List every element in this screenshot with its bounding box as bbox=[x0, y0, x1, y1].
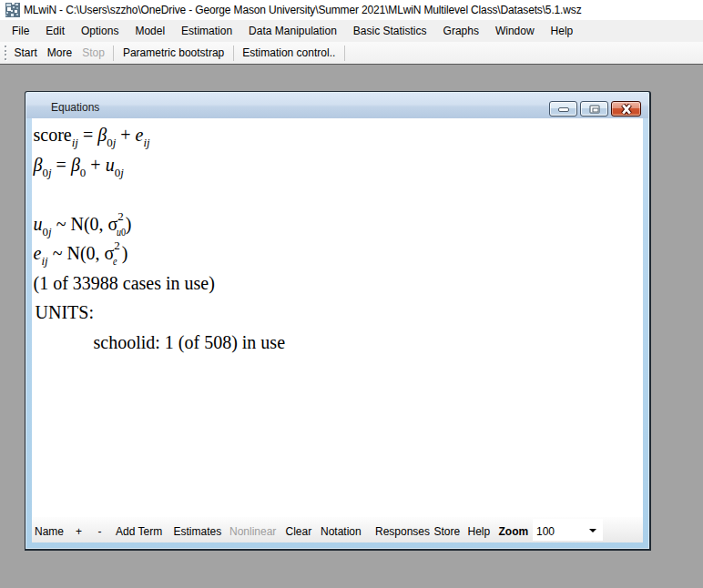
minimize-icon bbox=[558, 107, 569, 112]
zoom-label: Zoom bbox=[499, 525, 529, 538]
menu-estimation[interactable]: Estimation bbox=[173, 20, 240, 42]
equations-content[interactable]: scoreij = β0j + eij β0j = β0 + u0j u0j ~… bbox=[32, 118, 643, 357]
nonlinear-button: Nonlinear bbox=[229, 525, 276, 538]
menu-model[interactable]: Model bbox=[127, 20, 173, 42]
close-button[interactable] bbox=[611, 101, 641, 117]
menu-options[interactable]: Options bbox=[73, 20, 127, 42]
eq-help-button[interactable]: Help bbox=[468, 525, 491, 538]
equation-cases[interactable]: (1 of 33988 cases in use) bbox=[34, 269, 644, 299]
equation-line-blank bbox=[34, 179, 644, 209]
responses-button[interactable]: Responses bbox=[375, 525, 430, 538]
minus-button[interactable]: - bbox=[98, 525, 102, 538]
equation-line-u-dist[interactable]: u0j ~ N(0, σ2u0) bbox=[34, 209, 644, 239]
equations-window-title: Equations bbox=[51, 101, 99, 114]
equation-units[interactable]: UNITS: bbox=[34, 298, 644, 328]
menu-data-manipulation[interactable]: Data Manipulation bbox=[240, 20, 345, 42]
menu-edit[interactable]: Edit bbox=[37, 20, 73, 42]
estimates-button[interactable]: Estimates bbox=[174, 525, 222, 538]
equations-window: Equations scoreij = β0j + eij β0j = β0 +… bbox=[25, 91, 651, 551]
estimation-control-button[interactable]: Estimation control.. bbox=[238, 43, 341, 64]
menu-file[interactable]: File bbox=[4, 20, 37, 42]
parametric-bootstrap-button[interactable]: Parametric bootstrap bbox=[117, 43, 229, 64]
menu-basic-statistics[interactable]: Basic Statistics bbox=[345, 20, 435, 42]
equation-schoolid[interactable]: schoolid: 1 (of 508) in use bbox=[34, 328, 644, 358]
equations-client-area: scoreij = β0j + eij β0j = β0 + u0j u0j ~… bbox=[32, 118, 643, 542]
mlwin-app-icon bbox=[5, 3, 20, 17]
add-term-button[interactable]: Add Term bbox=[116, 525, 162, 538]
menu-window[interactable]: Window bbox=[487, 20, 543, 42]
name-button[interactable]: Name bbox=[35, 525, 64, 538]
app-title: MLwiN - C:\Users\szzho\OneDrive - George… bbox=[24, 4, 582, 16]
app-title-bar: MLwiN - C:\Users\szzho\OneDrive - George… bbox=[0, 0, 703, 20]
menu-help[interactable]: Help bbox=[543, 20, 582, 42]
toolbar-grip[interactable] bbox=[2, 46, 9, 60]
close-icon bbox=[620, 104, 633, 115]
store-button[interactable]: Store bbox=[434, 525, 461, 538]
menu-graphs[interactable]: Graphs bbox=[435, 20, 487, 42]
toolbar-separator bbox=[233, 46, 234, 61]
equations-titlebar[interactable]: Equations bbox=[26, 93, 648, 118]
caption-buttons bbox=[546, 101, 641, 117]
zoom-value: 100 bbox=[536, 525, 555, 538]
zoom-combobox[interactable]: 100 bbox=[533, 519, 603, 541]
stop-button: Stop bbox=[77, 43, 110, 64]
clear-button[interactable]: Clear bbox=[286, 525, 312, 538]
restore-button[interactable] bbox=[580, 101, 608, 117]
equation-line-2[interactable]: β0j = β0 + u0j bbox=[34, 150, 644, 180]
toolbar-separator bbox=[344, 46, 345, 61]
more-button[interactable]: More bbox=[42, 43, 76, 64]
estimation-toolbar: Start More Stop Parametric bootstrap Est… bbox=[0, 42, 703, 65]
notation-button[interactable]: Notation bbox=[321, 525, 362, 538]
combo-dropdown-icon bbox=[589, 529, 596, 532]
toolbar-separator bbox=[113, 46, 114, 61]
restore-icon bbox=[589, 105, 599, 113]
equation-line-1[interactable]: scoreij = β0j + eij bbox=[34, 120, 644, 150]
equations-bottom-toolbar: Name + - Add Term Estimates Nonlinear Cl… bbox=[32, 517, 643, 542]
equation-line-e-dist[interactable]: eij ~ N(0, σ2e) bbox=[34, 238, 644, 269]
start-button[interactable]: Start bbox=[9, 43, 42, 64]
menu-bar: File Edit Options Model Estimation Data … bbox=[0, 20, 703, 42]
plus-button[interactable]: + bbox=[76, 525, 82, 538]
minimize-button[interactable] bbox=[549, 101, 577, 117]
